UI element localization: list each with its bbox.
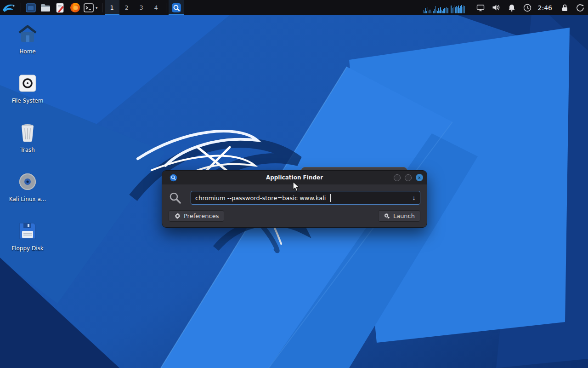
run-icon bbox=[384, 213, 390, 219]
monitor-bars bbox=[424, 2, 465, 13]
file-manager-icon bbox=[26, 3, 36, 13]
chevron-down-icon[interactable]: ▾ bbox=[95, 6, 100, 10]
window-controls: × bbox=[394, 174, 423, 181]
workspace-2[interactable]: 2 bbox=[119, 0, 134, 15]
updates-icon[interactable] bbox=[520, 0, 535, 15]
panel-separator bbox=[21, 3, 21, 12]
notifications-icon[interactable] bbox=[504, 0, 520, 15]
desktop-icon-label: Home bbox=[19, 48, 35, 55]
desktop-icon-label: Kali Linux a... bbox=[9, 196, 46, 202]
folder-launcher[interactable] bbox=[38, 0, 53, 15]
button-row: Preferences Launch bbox=[169, 210, 420, 222]
titlebar[interactable]: Application Finder × bbox=[162, 171, 427, 184]
display-icon[interactable] bbox=[473, 0, 488, 15]
volume-icon[interactable] bbox=[488, 0, 504, 15]
desktop-icon-label: Floppy Disk bbox=[11, 245, 44, 252]
session-icon[interactable] bbox=[572, 0, 588, 15]
desktop-icon-label: Trash bbox=[20, 147, 35, 153]
preferences-label: Preferences bbox=[184, 213, 219, 219]
minimize-button[interactable] bbox=[394, 174, 401, 181]
gear-icon bbox=[174, 213, 181, 219]
close-button[interactable]: × bbox=[416, 174, 423, 181]
application-finder-window: Application Finder × ↓ bbox=[162, 170, 427, 228]
text-editor-launcher[interactable] bbox=[53, 0, 68, 15]
file-manager-launcher[interactable] bbox=[23, 0, 38, 15]
kali-menu-icon bbox=[2, 2, 16, 13]
disc-icon bbox=[16, 170, 40, 194]
preferences-button[interactable]: Preferences bbox=[169, 210, 224, 222]
window-title: Application Finder bbox=[162, 174, 427, 181]
terminal-launcher[interactable]: ▾ bbox=[82, 0, 100, 15]
text-editor-icon bbox=[55, 3, 65, 13]
trash-icon bbox=[16, 121, 40, 144]
file-system-icon bbox=[16, 71, 40, 95]
search-row: ↓ bbox=[169, 191, 420, 205]
command-input[interactable] bbox=[191, 191, 408, 204]
system-monitor-graph[interactable] bbox=[423, 0, 466, 15]
launch-button[interactable]: Launch bbox=[378, 210, 420, 222]
desktop-icon-home[interactable]: Home bbox=[4, 22, 51, 71]
text-caret bbox=[330, 194, 331, 202]
terminal-button[interactable] bbox=[82, 0, 95, 15]
command-input-wrap: ↓ bbox=[191, 191, 420, 205]
workspace-1[interactable]: 1 bbox=[105, 0, 119, 15]
desktop-icon-trash[interactable]: Trash bbox=[4, 121, 51, 170]
desktop-icon-floppy-disk[interactable]: Floppy Disk bbox=[4, 219, 51, 268]
panel-separator bbox=[102, 3, 102, 12]
search-icon bbox=[169, 191, 181, 204]
panel-separator bbox=[166, 3, 166, 12]
maximize-button[interactable] bbox=[405, 174, 412, 181]
kali-menu-button[interactable] bbox=[0, 0, 18, 15]
application-finder-window-icon bbox=[170, 174, 177, 182]
firefox-launcher[interactable] bbox=[68, 0, 82, 15]
top-panel: ▾ 1 2 3 4 bbox=[0, 0, 588, 15]
workspace-switcher: 1 2 3 4 bbox=[105, 0, 164, 15]
taskbar-application-finder[interactable] bbox=[169, 0, 184, 15]
folder-icon bbox=[40, 3, 51, 13]
desktop: ▾ 1 2 3 4 bbox=[0, 0, 588, 368]
finder-content: ↓ Preferences Launch bbox=[162, 184, 427, 227]
lock-icon[interactable] bbox=[557, 0, 572, 15]
workspace-4[interactable]: 4 bbox=[149, 0, 164, 15]
clock[interactable]: 2:46 bbox=[538, 4, 552, 12]
terminal-icon bbox=[84, 3, 94, 13]
home-icon bbox=[16, 22, 40, 46]
workspace-3[interactable]: 3 bbox=[134, 0, 149, 15]
desktop-icon-kali-linux[interactable]: Kali Linux a... bbox=[4, 170, 51, 219]
desktop-icon-file-system[interactable]: File System bbox=[4, 71, 51, 121]
desktop-icon-label: File System bbox=[12, 98, 44, 104]
launch-label: Launch bbox=[393, 213, 415, 219]
firefox-icon bbox=[70, 2, 80, 13]
floppy-disk-icon bbox=[16, 219, 40, 243]
desktop-icon-list: Home File System Trash bbox=[4, 22, 51, 268]
history-dropdown-button[interactable]: ↓ bbox=[408, 191, 420, 204]
application-finder-icon bbox=[171, 3, 181, 13]
